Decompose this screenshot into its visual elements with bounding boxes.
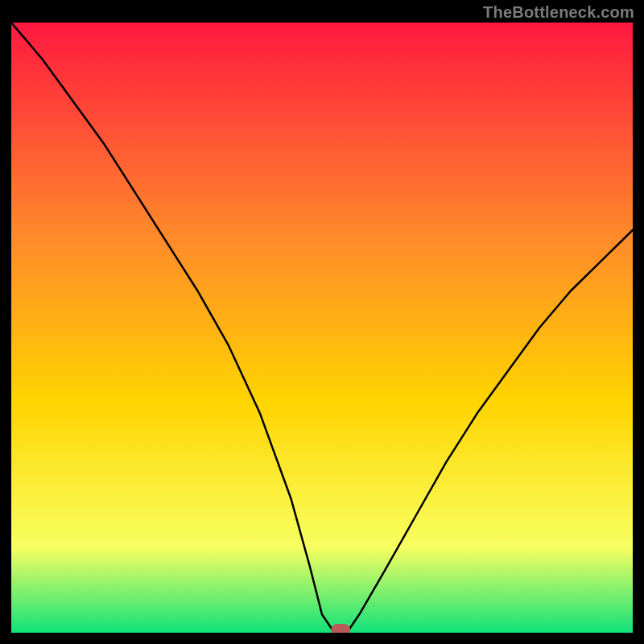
optimal-point-marker <box>331 624 350 633</box>
chart-frame: TheBottleneck.com <box>0 0 644 644</box>
plot-area <box>11 23 633 633</box>
watermark-text: TheBottleneck.com <box>483 3 634 22</box>
bottleneck-chart <box>11 23 633 633</box>
